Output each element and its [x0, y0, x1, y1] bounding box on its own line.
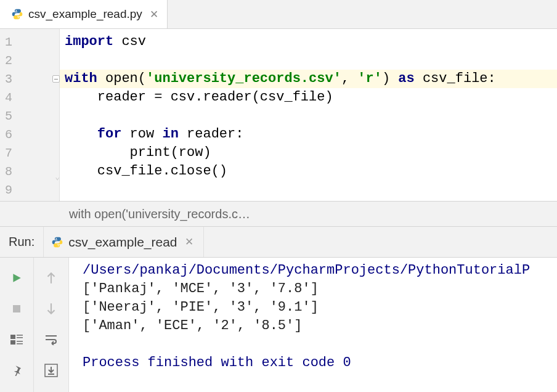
code-line[interactable]: print(row): [65, 144, 557, 162]
code-editor[interactable]: import csvwith open('university_records.…: [60, 29, 557, 201]
run-tool-column-2: [34, 258, 69, 392]
run-tab-name: csv_example_read: [68, 235, 177, 250]
svg-rect-5: [17, 341, 23, 342]
console-line: ['Aman', 'ECE', '2', '8.5']: [83, 317, 557, 335]
line-number: 3: [0, 70, 59, 88]
run-button[interactable]: [0, 263, 33, 293]
breadcrumb-text: with open('university_records.c…: [69, 207, 250, 221]
close-icon[interactable]: ✕: [182, 235, 196, 248]
fold-icon[interactable]: [52, 75, 60, 83]
run-tab[interactable]: csv_example_read ✕: [43, 227, 203, 257]
scroll-to-end-button[interactable]: [34, 355, 68, 386]
line-number: 4: [0, 88, 59, 107]
editor-tab-filename: csv_example_read.py: [28, 7, 142, 21]
layout-button[interactable]: [0, 324, 33, 355]
code-line[interactable]: import csv: [65, 33, 557, 51]
run-tool-column-1: [0, 258, 34, 392]
code-line[interactable]: [65, 181, 557, 199]
editor-tab-bar: csv_example_read.py ✕: [0, 0, 557, 29]
python-file-icon: [51, 236, 63, 248]
code-line[interactable]: with open('university_records.csv', 'r')…: [65, 70, 557, 88]
run-label: Run:: [0, 235, 43, 249]
line-number: 9: [0, 181, 59, 199]
svg-rect-4: [10, 340, 15, 345]
editor-area: 12345678⌄9 import csvwith open('universi…: [0, 29, 557, 201]
svg-rect-0: [13, 305, 20, 312]
editor-tab[interactable]: csv_example_read.py ✕: [0, 0, 168, 28]
line-number: 7: [0, 144, 59, 162]
line-number: 6: [0, 125, 59, 144]
code-line[interactable]: [65, 107, 557, 125]
code-line[interactable]: reader = csv.reader(csv_file): [65, 88, 557, 107]
run-tool-bar: Run: csv_example_read ✕: [0, 227, 557, 258]
line-number: 2: [0, 51, 59, 70]
breadcrumb[interactable]: with open('university_records.c…: [0, 201, 557, 227]
svg-rect-3: [17, 337, 23, 338]
python-file-icon: [11, 8, 23, 20]
svg-rect-1: [10, 335, 15, 339]
console-line: ['Neeraj', 'PIE', '3', '9.1']: [83, 298, 557, 317]
svg-rect-2: [17, 335, 23, 336]
process-exit-message: Process finished with exit code 0: [83, 354, 557, 372]
code-line[interactable]: csv_file.close(): [65, 162, 557, 181]
code-line[interactable]: [65, 51, 557, 70]
interpreter-path: /Users/pankaj/Documents/PycharmProjects/…: [83, 261, 557, 280]
console-area: /Users/pankaj/Documents/PycharmProjects/…: [0, 258, 557, 392]
console-line: ['Pankaj', 'MCE', '3', '7.8']: [83, 280, 557, 298]
console-output[interactable]: /Users/pankaj/Documents/PycharmProjects/…: [69, 258, 557, 392]
line-number: 1: [0, 33, 59, 51]
soft-wrap-button[interactable]: [34, 324, 68, 355]
stop-button[interactable]: [0, 293, 33, 324]
svg-rect-6: [17, 343, 23, 345]
line-number: 8⌄: [0, 162, 59, 181]
close-icon[interactable]: ✕: [147, 8, 161, 21]
pin-button[interactable]: [0, 355, 33, 386]
code-line[interactable]: for row in reader:: [65, 125, 557, 144]
line-number: 5: [0, 107, 59, 125]
up-arrow-icon[interactable]: [34, 263, 68, 293]
down-arrow-icon[interactable]: [34, 293, 68, 324]
line-number-gutter: 12345678⌄9: [0, 29, 60, 201]
